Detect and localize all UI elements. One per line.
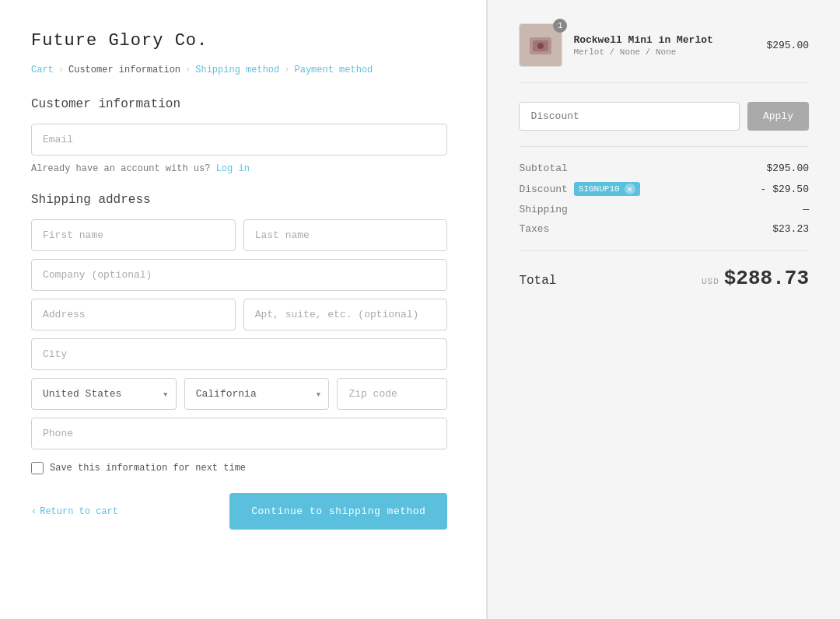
- country-select-wrapper: United States: [31, 378, 177, 410]
- state-select[interactable]: California: [184, 378, 330, 410]
- breadcrumb-sep-2: ›: [185, 65, 191, 75]
- chevron-left-icon: ‹: [31, 506, 37, 517]
- breadcrumb-shipping[interactable]: Shipping method: [195, 65, 279, 75]
- product-row: 1 Rockwell Mini in Merlot Merlot / None …: [519, 23, 809, 83]
- company-wrapper: [31, 259, 447, 291]
- state-select-wrapper: California: [184, 378, 330, 410]
- product-image-wrapper: 1: [519, 23, 562, 67]
- breadcrumb-payment[interactable]: Payment method: [294, 65, 373, 75]
- total-row: Total USD $288.73: [519, 267, 809, 290]
- subtotal-line: Subtotal $295.00: [519, 163, 809, 174]
- footer-actions: ‹ Return to cart Continue to shipping me…: [31, 493, 447, 530]
- phone-input[interactable]: [31, 418, 447, 449]
- discount-label-group: Discount SIGNUP10 ✕: [519, 182, 639, 196]
- right-panel: 1 Rockwell Mini in Merlot Merlot / None …: [487, 0, 840, 619]
- total-currency: USD: [702, 277, 719, 286]
- country-state-row: United States California: [31, 378, 447, 410]
- zip-input[interactable]: [337, 378, 447, 410]
- product-variant: Merlot / None / None: [573, 47, 755, 57]
- log-in-link[interactable]: Log in: [216, 163, 250, 174]
- name-row: [31, 219, 447, 251]
- save-info-checkbox[interactable]: [31, 462, 44, 474]
- apply-discount-button[interactable]: Apply: [747, 102, 809, 131]
- product-thumbnail: [527, 31, 555, 59]
- company-input[interactable]: [31, 259, 447, 291]
- taxes-line: Taxes $23.23: [519, 223, 809, 235]
- apt-input[interactable]: [243, 299, 448, 330]
- email-field-wrapper: [31, 124, 447, 156]
- shipping-address-title: Shipping address: [31, 193, 447, 207]
- discount-code-text: SIGNUP10: [579, 184, 620, 194]
- last-name-input[interactable]: [243, 219, 448, 251]
- total-amount: $288.73: [724, 267, 809, 290]
- customer-info-title: Customer information: [31, 97, 447, 111]
- breadcrumb-cart[interactable]: Cart: [31, 65, 54, 75]
- discount-label: Discount: [519, 184, 567, 195]
- taxes-value: $23.23: [772, 223, 809, 235]
- brand-title: Future Glory Co.: [31, 31, 447, 51]
- city-wrapper: [31, 338, 447, 370]
- subtotal-value: $295.00: [766, 163, 809, 174]
- product-info: Rockwell Mini in Merlot Merlot / None / …: [573, 34, 755, 57]
- breadcrumb-sep-3: ›: [284, 65, 289, 75]
- summary-lines: Subtotal $295.00 Discount SIGNUP10 ✕ - $…: [519, 163, 809, 251]
- discount-input[interactable]: [519, 102, 740, 131]
- shipping-label: Shipping: [519, 204, 567, 215]
- total-value-group: USD $288.73: [702, 267, 809, 290]
- save-info-row: Save this information for next time: [31, 462, 447, 474]
- discount-badge: SIGNUP10 ✕: [574, 182, 640, 196]
- first-name-input[interactable]: [31, 219, 236, 251]
- subtotal-label: Subtotal: [519, 163, 567, 174]
- remove-discount-icon[interactable]: ✕: [625, 184, 635, 194]
- address-input[interactable]: [31, 299, 236, 330]
- left-panel: Future Glory Co. Cart › Customer informa…: [0, 0, 487, 619]
- return-to-cart-link[interactable]: ‹ Return to cart: [31, 506, 118, 517]
- product-quantity-badge: 1: [553, 19, 567, 33]
- account-text: Already have an account with us? Log in: [31, 163, 447, 174]
- phone-wrapper: [31, 418, 447, 449]
- breadcrumb: Cart › Customer information › Shipping m…: [31, 65, 447, 75]
- breadcrumb-sep-1: ›: [58, 65, 64, 75]
- product-price: $295.00: [766, 40, 809, 51]
- city-input[interactable]: [31, 338, 447, 370]
- discount-line: Discount SIGNUP10 ✕ - $29.50: [519, 182, 809, 196]
- breadcrumb-customer-info: Customer information: [68, 65, 180, 75]
- shipping-line: Shipping —: [519, 204, 809, 215]
- email-input[interactable]: [31, 124, 447, 156]
- total-label: Total: [519, 274, 556, 288]
- address-row: [31, 299, 447, 330]
- discount-row: Apply: [519, 102, 809, 147]
- svg-point-2: [537, 43, 544, 49]
- discount-value: - $29.50: [761, 184, 809, 195]
- continue-button[interactable]: Continue to shipping method: [229, 493, 447, 530]
- product-name: Rockwell Mini in Merlot: [573, 34, 755, 46]
- taxes-label: Taxes: [519, 223, 549, 235]
- shipping-value: —: [803, 204, 809, 215]
- country-select[interactable]: United States: [31, 378, 177, 410]
- save-info-label: Save this information for next time: [50, 463, 246, 474]
